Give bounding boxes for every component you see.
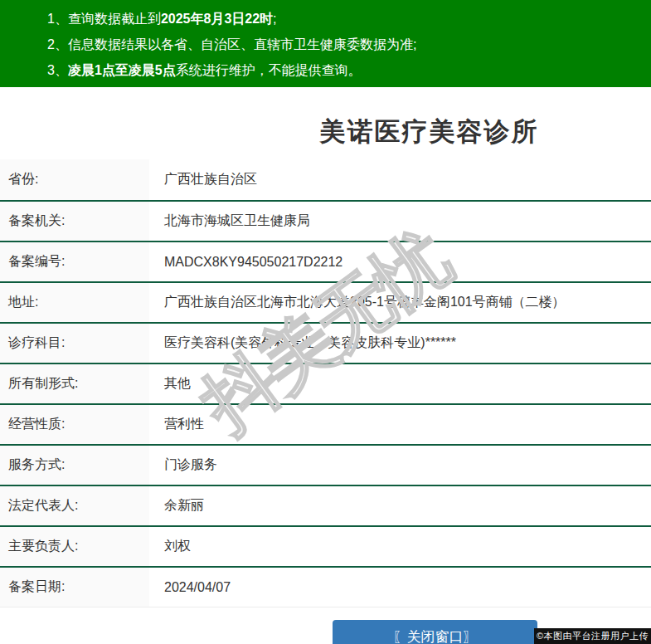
table-row: 地址:广西壮族自治区北海市北海大道205-1号穗丰金阁101号商铺（二楼） <box>0 281 651 322</box>
table-row: 所有制形式:其他 <box>0 363 651 403</box>
row-value: 刘权 <box>149 527 651 566</box>
notice-post-text: 系统进行维护，不能提供查询。 <box>176 63 362 77</box>
notice-line: 3、凌晨1点至凌晨5点系统进行维护，不能提供查询。 <box>47 57 643 83</box>
notice-bar: 1、查询数据截止到2025年8月3日22时;2、信息数据结果以各省、自治区、直辖… <box>0 0 651 87</box>
table-row: 省份:广西壮族自治区 <box>0 159 651 200</box>
close-window-button[interactable]: 〖关闭窗口〗 <box>333 620 537 644</box>
notice-pre-text: 信息数据结果以各省、自治区、直辖市卫生健康委数据为准; <box>68 37 416 51</box>
row-label: 服务方式: <box>0 446 149 485</box>
row-label: 主要负责人: <box>0 527 149 566</box>
row-value: 广西壮族自治区北海市北海大道205-1号穗丰金阁101号商铺（二楼） <box>149 283 651 322</box>
notice-bold-text: 2025年8月3日22时 <box>161 12 273 26</box>
notice-line: 2、信息数据结果以各省、自治区、直辖市卫生健康委数据为准; <box>47 32 643 57</box>
page-title: 美诺医疗美容诊所 <box>0 115 651 149</box>
row-label: 备案日期: <box>0 568 149 607</box>
row-label: 所有制形式: <box>0 364 149 403</box>
table-row: 诊疗科目:医疗美容科(美容外科专业、美容皮肤科专业)****** <box>0 322 651 363</box>
row-label: 诊疗科目: <box>0 324 149 363</box>
table-row: 主要负责人:刘权 <box>0 525 651 566</box>
notice-bold-text: 凌晨1点至凌晨5点 <box>68 63 176 77</box>
row-label: 备案机关: <box>0 202 149 241</box>
row-label: 省份: <box>0 159 149 200</box>
row-value: 广西壮族自治区 <box>149 159 651 200</box>
row-label: 地址: <box>0 283 149 322</box>
table-row: 备案机关:北海市海城区卫生健康局 <box>0 200 651 241</box>
row-value: 其他 <box>149 364 651 403</box>
notice-num-text: 3、 <box>47 63 68 77</box>
notice-post-text: ; <box>273 12 276 26</box>
row-value: MADCX8KY945050217D2212 <box>149 242 651 281</box>
row-value: 2024/04/07 <box>149 568 651 607</box>
uploader-badge: ©本图由平台注册用户上传 <box>534 628 651 644</box>
registration-info-table: 省份:广西壮族自治区备案机关:北海市海城区卫生健康局备案编号:MADCX8KY9… <box>0 159 651 607</box>
table-row: 备案编号:MADCX8KY945050217D2212 <box>0 241 651 281</box>
row-value: 医疗美容科(美容外科专业、美容皮肤科专业)****** <box>149 324 651 363</box>
table-row: 服务方式:门诊服务 <box>0 444 651 485</box>
notice-num-text: 2、 <box>47 37 68 51</box>
row-label: 备案编号: <box>0 242 149 281</box>
row-value: 北海市海城区卫生健康局 <box>149 202 651 241</box>
row-value: 门诊服务 <box>149 446 651 485</box>
row-label: 经营性质: <box>0 405 149 444</box>
table-row: 备案日期:2024/04/07 <box>0 566 651 607</box>
notice-pre-text: 查询数据截止到 <box>68 12 161 26</box>
table-row: 经营性质:营利性 <box>0 403 651 444</box>
notice-line: 1、查询数据截止到2025年8月3日22时; <box>47 6 643 32</box>
row-label: 法定代表人: <box>0 486 149 525</box>
row-value: 营利性 <box>149 405 651 444</box>
table-row: 法定代表人:余新丽 <box>0 485 651 525</box>
row-value: 余新丽 <box>149 486 651 525</box>
notice-num-text: 1、 <box>47 12 68 26</box>
